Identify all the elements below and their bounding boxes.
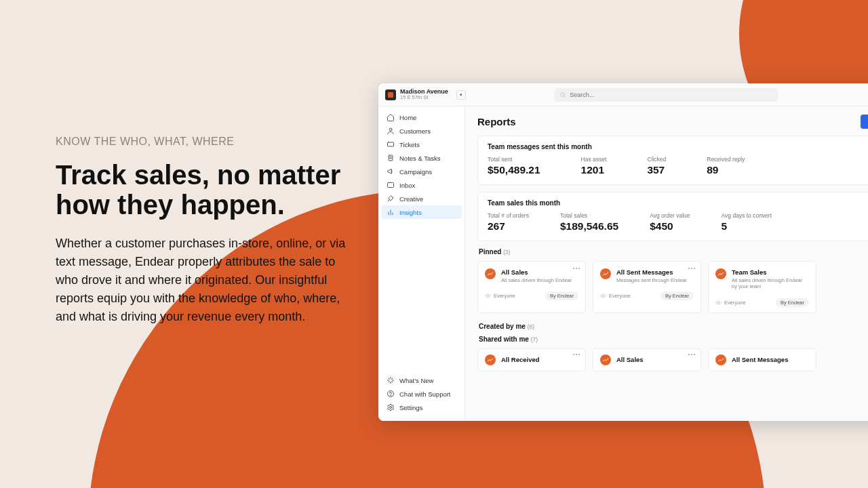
stat: Avg days to convert5 [722,212,772,232]
section-count: (6) [528,323,534,330]
section-pinned-title: Pinned (3) [479,248,868,256]
report-chip: By Endear [776,298,809,307]
stat-label: Avg days to convert [722,212,772,219]
sidebar-item-creative[interactable]: Creative [381,192,462,205]
svg-line-1 [564,96,565,97]
report-badge-icon [715,354,726,365]
panel-team-messages: Team messages sent this month View Total… [477,136,868,185]
sidebar-item-home[interactable]: Home [381,110,462,124]
stat-label: Has asset [581,156,607,163]
report-card[interactable]: All Sent Messages [708,348,816,371]
stat-label: Received reply [707,156,745,163]
report-scope: Everyone [485,293,515,299]
stat-value: $189,546.65 [560,220,618,232]
create-button[interactable]: Create [861,115,868,129]
sidebar-item-tickets[interactable]: Tickets [381,138,462,151]
sidebar-item-label: Creative [399,195,423,203]
marketing-copy: KNOW THE WHO, WHAT, WHERE Track sales, n… [56,136,347,326]
panel-title: Team sales this month [488,199,560,207]
stat-label: Clicked [647,156,666,163]
section-label: Shared with me [479,336,529,343]
sidebar-item-label: Tickets [399,141,420,148]
report-badge-icon [485,354,496,365]
more-icon[interactable]: ⋯ [572,264,581,272]
report-card-desc: All sales driven through Endear [501,277,572,283]
svg-rect-3 [388,142,394,146]
search-input[interactable] [570,92,772,98]
svg-rect-7 [388,183,394,188]
report-card-desc: All sales driven through Endear by your … [732,277,809,290]
svg-point-0 [560,92,564,96]
stat: Avg order value$450 [650,212,690,232]
report-scope: Everyone [715,300,746,306]
topbar: Madison Avenue 15 E 57th St ▾ [378,83,868,106]
sidebar-item-inbox[interactable]: Inbox [381,178,462,192]
svg-point-12 [391,395,391,396]
report-badge-icon [600,268,611,279]
app-window: Madison Avenue 15 E 57th St ▾ Home Custo… [378,83,868,421]
sidebar: Home Customers Tickets Notes & Tasks Cam… [378,106,465,421]
report-chip: By Endear [545,291,578,300]
report-chip: By Endear [660,291,694,300]
sidebar-item-insights[interactable]: Insights [381,205,462,219]
stat-label: Total # of orders [488,212,529,219]
more-icon[interactable]: ⋯ [688,350,696,359]
report-card-name: All Received [501,356,540,363]
stat: Total sales$189,546.65 [560,212,618,232]
report-card[interactable]: Team Sales All sales driven through Ende… [708,261,816,313]
brush-icon [387,195,395,203]
report-card-name: All Sales [616,356,644,363]
stat-label: Total sent [488,156,540,163]
sidebar-item-label: Insights [399,209,422,216]
tenant-switcher[interactable]: Madison Avenue 15 E 57th St ▾ [385,89,466,100]
svg-point-13 [390,407,392,409]
inbox-icon [387,181,395,189]
stat: Total sent$50,489.21 [488,156,540,176]
more-icon[interactable]: ⋯ [572,350,581,359]
sidebar-item-support[interactable]: Chat with Support [381,387,462,401]
report-badge-icon [600,354,611,365]
marketing-eyebrow: KNOW THE WHO, WHAT, WHERE [56,136,347,148]
sparkle-icon [387,376,395,384]
chevron-down-icon[interactable]: ▾ [456,90,466,100]
search-field[interactable] [554,88,778,102]
svg-point-16 [717,302,719,303]
more-icon[interactable]: ⋯ [688,264,696,272]
svg-point-15 [602,296,604,297]
gear-icon [387,403,395,411]
report-card[interactable]: ⋯ All Sent Messages Messages sent throug… [593,261,701,313]
bar-chart-icon [387,208,395,216]
report-card[interactable]: ⋯ All Sales All sales driven through End… [477,261,586,313]
marketing-body: Whether a customer purchases in-store, o… [56,235,347,326]
sidebar-item-whats-new[interactable]: What's New [381,373,462,387]
sidebar-item-label: Notes & Tasks [399,155,441,162]
report-card-name: All Sent Messages [616,268,687,276]
sidebar-item-label: Customers [399,127,431,135]
sidebar-item-label: Home [399,114,416,121]
help-icon [387,390,395,398]
pinned-cards: ⋯ All Sales All sales driven through End… [477,261,868,313]
section-label: Created by me [479,323,526,330]
tenant-logo-icon [385,89,396,100]
section-shared-title: Shared with me (7) [479,336,868,343]
home-icon [387,113,395,121]
stat-value: 267 [488,220,529,232]
eye-icon [485,293,491,299]
sidebar-item-settings[interactable]: Settings [381,401,462,414]
eye-icon [600,293,606,299]
sidebar-item-customers[interactable]: Customers [381,124,462,138]
shared-cards: ⋯ All Received ⋯ All Sales All Sent Mess… [477,348,868,371]
user-icon [387,127,395,135]
sidebar-item-label: Settings [399,404,422,411]
stat-value: 1201 [581,164,607,176]
sidebar-item-label: Campaigns [399,168,432,176]
panel-team-sales: Team sales this month View Total # of or… [477,192,868,241]
svg-point-14 [487,296,488,297]
report-badge-icon [485,268,496,279]
sidebar-item-campaigns[interactable]: Campaigns [381,165,462,178]
sidebar-item-notes[interactable]: Notes & Tasks [381,151,462,165]
report-card[interactable]: ⋯ All Sales [593,348,701,371]
report-card[interactable]: ⋯ All Received [477,348,586,371]
stat-value: 5 [722,220,772,232]
stat: Has asset1201 [581,156,607,176]
